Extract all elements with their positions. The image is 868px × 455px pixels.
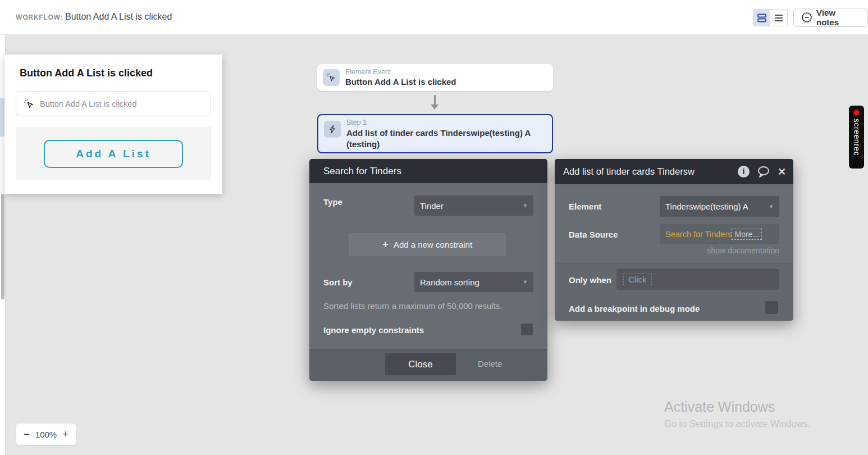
- search-for-tinders-modal: Search for Tinders Type Tinder ▼ + Add a…: [309, 159, 547, 381]
- screenrec-banner: screenrec: [849, 106, 864, 169]
- activate-windows-watermark: Activate Windows: [664, 399, 775, 415]
- workflow-title: Button Add A List is clicked: [65, 12, 172, 22]
- panel-title: Button Add A List is clicked: [20, 67, 153, 79]
- ignore-empty-constraints-checkbox[interactable]: [521, 324, 533, 335]
- data-source-field[interactable]: Search for TindersMore...: [660, 224, 779, 244]
- breakpoint-label: Add a breakpoint in debug mode: [569, 304, 700, 313]
- workflow-step-card[interactable]: Step 1 Add list of tinder cards Tindersw…: [317, 114, 553, 153]
- header-icons: i ✕: [738, 166, 786, 178]
- data-source-more-button[interactable]: More...: [732, 229, 762, 240]
- sorted-lists-note: Sorted lists return a maximum of 50,000 …: [323, 301, 502, 311]
- search-modal-header: Search for Tinders: [309, 159, 547, 183]
- event-properties-panel: Button Add A List is clicked Button Add …: [4, 54, 222, 194]
- plus-icon: +: [382, 238, 389, 251]
- add-a-list-button-preview[interactable]: Add A List: [44, 140, 183, 168]
- cursor-click-icon: [326, 72, 336, 83]
- step-card-title: Add list of tinder cards Tinderswipe(tes…: [346, 128, 540, 150]
- screenrec-label: screenrec: [852, 119, 861, 156]
- only-when-placeholder: Click: [623, 274, 652, 285]
- card-view-icon: [757, 13, 767, 23]
- view-notes-label: View notes: [816, 8, 860, 27]
- sort-by-label: Sort by: [323, 277, 353, 287]
- data-source-label: Data Source: [569, 230, 618, 239]
- chevron-down-icon: ▼: [523, 279, 528, 285]
- data-source-value[interactable]: Search for Tinders: [665, 230, 732, 239]
- type-label: Type: [323, 197, 342, 207]
- list-view-toggle[interactable]: [770, 10, 787, 26]
- zoom-control: − 100% +: [16, 423, 76, 445]
- ignore-empty-constraints-label: Ignore empty constraints: [323, 325, 424, 335]
- action-modal-header: Add list of tinder cards Tindersw i ✕: [555, 159, 793, 184]
- lightning-bolt-icon: [328, 125, 337, 134]
- only-when-label: Only when: [569, 275, 611, 285]
- event-type-label: Element Event: [345, 68, 391, 76]
- close-icon[interactable]: ✕: [778, 166, 786, 178]
- element-event-icon-box: [323, 69, 340, 86]
- zoom-out-button[interactable]: −: [24, 429, 30, 439]
- info-icon[interactable]: i: [738, 166, 750, 178]
- show-documentation-link[interactable]: show documentation: [707, 246, 779, 255]
- action-properties-modal: Add list of tinder cards Tindersw i ✕ El…: [555, 159, 793, 321]
- element-label: Element: [569, 202, 601, 211]
- zoom-level: 100%: [35, 430, 57, 439]
- element-dropdown[interactable]: Tinderswipe(testing) A ▼: [660, 196, 779, 217]
- connector-arrow-head: [431, 104, 438, 110]
- breakpoint-checkbox[interactable]: [765, 301, 778, 314]
- close-button[interactable]: Close: [385, 353, 456, 375]
- event-name-field[interactable]: Button Add A List is clicked: [16, 91, 211, 116]
- type-dropdown[interactable]: Tinder ▼: [414, 195, 533, 216]
- add-constraint-label: Add a new constraint: [394, 240, 472, 249]
- cursor-click-icon: [24, 98, 35, 110]
- chevron-down-icon: ▼: [769, 204, 774, 210]
- search-modal-footer: Close Delete: [309, 349, 547, 381]
- record-dot-icon: [853, 109, 860, 116]
- note-bubble-icon: [801, 12, 812, 23]
- delete-button[interactable]: Delete: [478, 359, 502, 368]
- only-when-section: Only when Click Add a breakpoint in debu…: [555, 263, 793, 321]
- event-card-title: Button Add A List is clicked: [345, 77, 456, 87]
- only-when-input[interactable]: Click: [616, 269, 779, 290]
- action-bolt-icon-box: [324, 121, 341, 138]
- activate-windows-subtext: Go to Settings to activate Windows.: [664, 418, 810, 429]
- event-name-text: Button Add A List is clicked: [40, 99, 137, 108]
- sort-by-dropdown[interactable]: Random sorting ▼: [414, 272, 533, 292]
- workflow-editor-screen: WORKFLOW: Button Add A List is clicked: [0, 0, 868, 455]
- chevron-down-icon: ▼: [523, 203, 528, 208]
- card-view-toggle[interactable]: [753, 10, 770, 26]
- type-value: Tinder: [420, 201, 444, 211]
- action-modal-title: Add list of tinder cards Tindersw: [563, 166, 738, 177]
- sort-by-value: Random sorting: [420, 277, 479, 287]
- list-view-icon: [774, 13, 784, 23]
- workflow-event-card[interactable]: Element Event Button Add A List is click…: [317, 64, 553, 91]
- view-notes-button[interactable]: View notes: [793, 8, 868, 27]
- search-modal-title: Search for Tinders: [323, 166, 401, 177]
- view-toggle-group: [753, 9, 788, 26]
- step-number-label: Step 1: [346, 119, 367, 126]
- comment-bubble-icon[interactable]: [757, 166, 770, 178]
- add-constraint-button[interactable]: + Add a new constraint: [349, 233, 506, 256]
- scrollbar-thumb[interactable]: [1, 194, 4, 299]
- workflow-label: WORKFLOW:: [16, 13, 63, 21]
- element-value: Tinderswipe(testing) A: [665, 202, 748, 211]
- top-bar: WORKFLOW: Button Add A List is clicked: [0, 0, 868, 35]
- element-preview-area: Add A List: [16, 127, 211, 180]
- zoom-in-button[interactable]: +: [62, 429, 68, 439]
- connector-arrow: [434, 95, 436, 104]
